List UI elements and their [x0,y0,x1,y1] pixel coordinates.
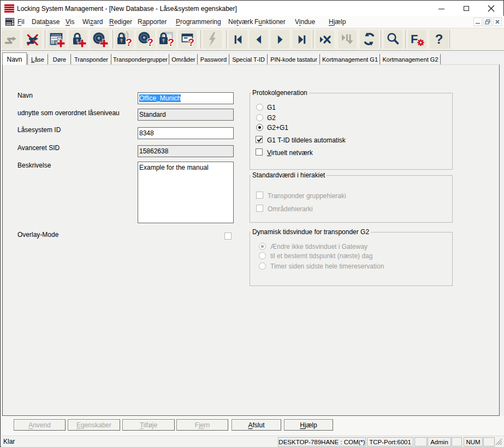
svg-text:?: ? [168,37,174,48]
svg-text:?: ? [188,37,194,48]
svg-text:?: ? [126,37,132,48]
svg-text:F: F [411,32,418,46]
svg-text:?: ? [147,37,153,48]
svg-text:?: ? [435,32,443,46]
